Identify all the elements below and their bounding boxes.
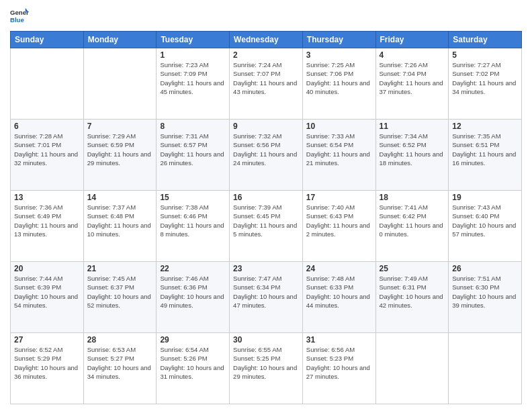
calendar-day-header: Monday: [83, 32, 157, 48]
day-number: 20: [14, 264, 80, 273]
day-number: 17: [306, 193, 372, 202]
calendar-cell: 12Sunrise: 7:35 AMSunset: 6:51 PMDayligh…: [449, 120, 522, 191]
day-info: Sunrise: 7:45 AMSunset: 6:37 PMDaylight:…: [87, 274, 153, 310]
day-info: Sunrise: 6:54 AMSunset: 5:26 PMDaylight:…: [160, 345, 226, 381]
calendar-cell: 30Sunrise: 6:55 AMSunset: 5:25 PMDayligh…: [230, 333, 303, 404]
calendar-header-row: SundayMondayTuesdayWednesdayThursdayFrid…: [11, 32, 522, 48]
day-number: 3: [306, 50, 372, 60]
day-info: Sunrise: 6:53 AMSunset: 5:27 PMDaylight:…: [87, 345, 153, 381]
calendar-week-row: 20Sunrise: 7:44 AMSunset: 6:39 PMDayligh…: [11, 262, 522, 333]
day-number: 13: [14, 193, 80, 202]
day-number: 18: [380, 193, 445, 202]
calendar-day-header: Tuesday: [157, 32, 230, 48]
calendar-cell: [11, 48, 84, 120]
calendar-cell: [83, 48, 157, 120]
day-number: 1: [160, 50, 226, 60]
day-info: Sunrise: 7:36 AMSunset: 6:49 PMDaylight:…: [14, 203, 80, 238]
logo-icon: General Blue: [10, 7, 29, 26]
day-number: 31: [306, 335, 372, 345]
calendar-cell: [449, 333, 522, 404]
day-info: Sunrise: 7:24 AMSunset: 7:07 PMDaylight:…: [233, 60, 299, 96]
day-number: 28: [87, 335, 153, 345]
header: General Blue: [10, 7, 522, 26]
calendar-cell: 24Sunrise: 7:48 AMSunset: 6:33 PMDayligh…: [302, 262, 375, 333]
day-number: 19: [452, 193, 518, 202]
day-info: Sunrise: 7:26 AMSunset: 7:04 PMDaylight:…: [380, 60, 445, 96]
calendar-cell: 25Sunrise: 7:49 AMSunset: 6:31 PMDayligh…: [375, 262, 449, 333]
day-number: 16: [233, 193, 299, 202]
day-info: Sunrise: 6:55 AMSunset: 5:25 PMDaylight:…: [233, 345, 299, 381]
day-info: Sunrise: 7:33 AMSunset: 6:54 PMDaylight:…: [306, 132, 372, 167]
calendar-cell: [375, 333, 449, 404]
calendar-week-row: 13Sunrise: 7:36 AMSunset: 6:49 PMDayligh…: [11, 191, 522, 262]
calendar-cell: 11Sunrise: 7:34 AMSunset: 6:52 PMDayligh…: [375, 120, 449, 191]
calendar-cell: 26Sunrise: 7:51 AMSunset: 6:30 PMDayligh…: [449, 262, 522, 333]
day-number: 5: [452, 50, 518, 60]
day-number: 15: [160, 193, 226, 202]
day-number: 26: [452, 264, 518, 273]
day-info: Sunrise: 7:41 AMSunset: 6:42 PMDaylight:…: [380, 203, 445, 238]
calendar-cell: 4Sunrise: 7:26 AMSunset: 7:04 PMDaylight…: [375, 48, 449, 120]
calendar-cell: 14Sunrise: 7:37 AMSunset: 6:48 PMDayligh…: [83, 191, 157, 262]
day-number: 7: [87, 122, 153, 131]
day-info: Sunrise: 7:23 AMSunset: 7:09 PMDaylight:…: [160, 60, 226, 96]
day-info: Sunrise: 7:28 AMSunset: 7:01 PMDaylight:…: [14, 132, 80, 167]
day-info: Sunrise: 7:39 AMSunset: 6:45 PMDaylight:…: [233, 203, 299, 238]
day-info: Sunrise: 6:52 AMSunset: 5:29 PMDaylight:…: [14, 345, 80, 381]
calendar-cell: 21Sunrise: 7:45 AMSunset: 6:37 PMDayligh…: [83, 262, 157, 333]
day-number: 25: [380, 264, 445, 273]
calendar-cell: 31Sunrise: 6:56 AMSunset: 5:23 PMDayligh…: [302, 333, 375, 404]
day-number: 6: [14, 122, 80, 131]
day-number: 24: [306, 264, 372, 273]
calendar-cell: 15Sunrise: 7:38 AMSunset: 6:46 PMDayligh…: [157, 191, 230, 262]
calendar-cell: 10Sunrise: 7:33 AMSunset: 6:54 PMDayligh…: [302, 120, 375, 191]
calendar-cell: 20Sunrise: 7:44 AMSunset: 6:39 PMDayligh…: [11, 262, 84, 333]
day-number: 8: [160, 122, 226, 131]
calendar-cell: 28Sunrise: 6:53 AMSunset: 5:27 PMDayligh…: [83, 333, 157, 404]
calendar-cell: 13Sunrise: 7:36 AMSunset: 6:49 PMDayligh…: [11, 191, 84, 262]
day-info: Sunrise: 7:29 AMSunset: 6:59 PMDaylight:…: [87, 132, 153, 167]
logo: General Blue: [10, 7, 29, 26]
day-number: 2: [233, 50, 299, 60]
calendar-day-header: Wednesday: [230, 32, 303, 48]
day-number: 30: [233, 335, 299, 345]
calendar-week-row: 6Sunrise: 7:28 AMSunset: 7:01 PMDaylight…: [11, 120, 522, 191]
day-number: 14: [87, 193, 153, 202]
calendar-table: SundayMondayTuesdayWednesdayThursdayFrid…: [10, 31, 522, 404]
calendar-cell: 17Sunrise: 7:40 AMSunset: 6:43 PMDayligh…: [302, 191, 375, 262]
day-info: Sunrise: 7:34 AMSunset: 6:52 PMDaylight:…: [380, 132, 445, 167]
calendar-week-row: 27Sunrise: 6:52 AMSunset: 5:29 PMDayligh…: [11, 333, 522, 404]
calendar-cell: 2Sunrise: 7:24 AMSunset: 7:07 PMDaylight…: [230, 48, 303, 120]
page: General Blue SundayMondayTuesdayWednesda…: [0, 0, 532, 411]
day-number: 4: [380, 50, 445, 60]
calendar-day-header: Friday: [375, 32, 449, 48]
day-number: 23: [233, 264, 299, 273]
calendar-cell: 5Sunrise: 7:27 AMSunset: 7:02 PMDaylight…: [449, 48, 522, 120]
day-number: 29: [160, 335, 226, 345]
day-info: Sunrise: 7:31 AMSunset: 6:57 PMDaylight:…: [160, 132, 226, 167]
day-number: 9: [233, 122, 299, 131]
calendar-cell: 22Sunrise: 7:46 AMSunset: 6:36 PMDayligh…: [157, 262, 230, 333]
calendar-day-header: Saturday: [449, 32, 522, 48]
day-info: Sunrise: 7:48 AMSunset: 6:33 PMDaylight:…: [306, 274, 372, 310]
calendar-cell: 9Sunrise: 7:32 AMSunset: 6:56 PMDaylight…: [230, 120, 303, 191]
svg-text:Blue: Blue: [10, 16, 24, 24]
day-info: Sunrise: 7:37 AMSunset: 6:48 PMDaylight:…: [87, 203, 153, 238]
calendar-cell: 16Sunrise: 7:39 AMSunset: 6:45 PMDayligh…: [230, 191, 303, 262]
day-info: Sunrise: 7:32 AMSunset: 6:56 PMDaylight:…: [233, 132, 299, 167]
day-info: Sunrise: 7:49 AMSunset: 6:31 PMDaylight:…: [380, 274, 445, 310]
calendar-cell: 1Sunrise: 7:23 AMSunset: 7:09 PMDaylight…: [157, 48, 230, 120]
day-info: Sunrise: 7:46 AMSunset: 6:36 PMDaylight:…: [160, 274, 226, 310]
calendar-cell: 19Sunrise: 7:43 AMSunset: 6:40 PMDayligh…: [449, 191, 522, 262]
day-info: Sunrise: 7:47 AMSunset: 6:34 PMDaylight:…: [233, 274, 299, 310]
calendar-day-header: Sunday: [11, 32, 84, 48]
calendar-day-header: Thursday: [302, 32, 375, 48]
day-info: Sunrise: 7:51 AMSunset: 6:30 PMDaylight:…: [452, 274, 518, 310]
day-number: 12: [452, 122, 518, 131]
calendar-cell: 27Sunrise: 6:52 AMSunset: 5:29 PMDayligh…: [11, 333, 84, 404]
day-number: 21: [87, 264, 153, 273]
calendar-cell: 6Sunrise: 7:28 AMSunset: 7:01 PMDaylight…: [11, 120, 84, 191]
day-info: Sunrise: 7:35 AMSunset: 6:51 PMDaylight:…: [452, 132, 518, 167]
day-info: Sunrise: 7:40 AMSunset: 6:43 PMDaylight:…: [306, 203, 372, 238]
day-info: Sunrise: 7:44 AMSunset: 6:39 PMDaylight:…: [14, 274, 80, 310]
